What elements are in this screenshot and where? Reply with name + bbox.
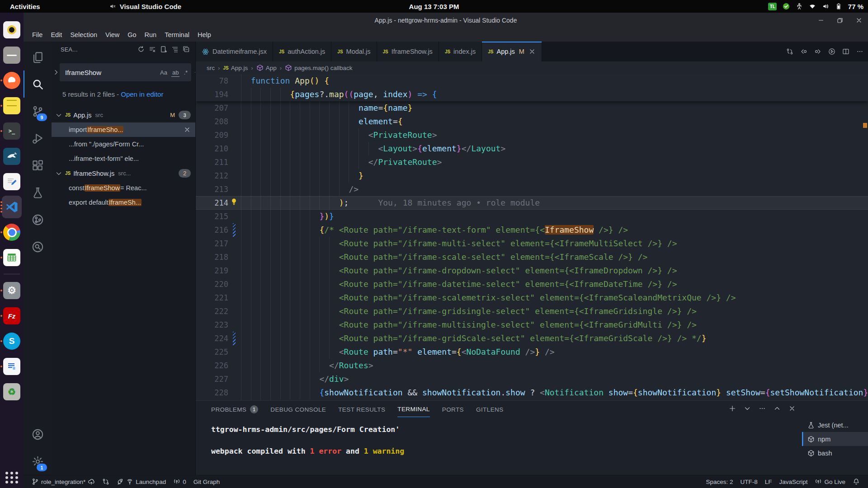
code-line-220[interactable]: 220<Route path="/iframe-datetime-select"… [196,277,868,291]
panel-tab-ports[interactable]: PORTS [442,401,464,418]
status-gitlens-compare[interactable] [99,475,113,488]
code-line-218[interactable]: 218<Route path="/iframe-scale-select" el… [196,250,868,264]
code-line-223[interactable]: 223<Route path="/iframe-multisingle-sele… [196,318,868,332]
breadcrumb-item[interactable]: App [256,64,277,71]
dock-item-file-manager[interactable] [0,42,24,68]
next-change-icon[interactable] [814,48,821,55]
menu-run[interactable]: Run [141,30,161,40]
menu-file[interactable]: File [28,30,47,40]
lightbulb-icon[interactable] [230,198,238,206]
close-tab-icon[interactable] [528,48,536,55]
tab-datetimeiframe-jsx[interactable]: Datetimeiframe.jsx [196,42,273,61]
regex-toggle[interactable]: .* [183,69,189,76]
activity-explorer[interactable] [24,43,52,70]
panel-tab-debug-console[interactable]: DEBUG CONSOLE [270,401,326,418]
dock-item-vscode[interactable] [0,194,24,220]
search-result-row[interactable]: ...iframe-text-form" ele... [52,151,195,166]
maximize-panel-icon[interactable] [774,405,781,412]
status-live-share[interactable]: 0 [170,475,190,488]
status-go-live[interactable]: Go Live [811,475,849,488]
overview-ruler[interactable] [862,74,868,400]
compare-changes-icon[interactable] [786,48,793,55]
code-line-226[interactable]: 226</Routes> [196,359,868,372]
code-line-208[interactable]: 208element={ [196,115,868,128]
whole-word-toggle[interactable]: ab [171,69,179,77]
menu-selection[interactable]: Selection [66,30,101,40]
collapse-all-icon[interactable] [183,46,190,53]
menu-edit[interactable]: Edit [47,30,66,40]
split-editor-icon[interactable] [842,48,849,55]
dock-item-filezilla[interactable]: Fz [0,303,24,328]
dock-item-text-editor[interactable] [0,169,24,194]
tl-tray-icon[interactable]: TL [768,3,777,10]
tab-modal-js[interactable]: JSModal.js [331,42,377,61]
code-line-219[interactable]: 219<Route path="/iframe-dropdown-select"… [196,264,868,277]
status-branch[interactable]: role_integration* [28,475,99,488]
minimize-button[interactable] [817,17,825,24]
activity-extensions[interactable] [24,152,52,179]
code-line-194[interactable]: 194{pages?.map((page, index) => { [196,88,868,101]
match-case-toggle[interactable]: Aa [159,69,168,76]
menu-go[interactable]: Go [123,30,140,40]
run-icon[interactable] [828,48,835,55]
code-line-78[interactable]: 78function App() { [196,74,868,88]
clear-results-icon[interactable] [149,46,156,53]
terminal-item-jest-net-[interactable]: Jest (net... [802,418,868,432]
code-line-210[interactable]: 210<Layout>{element}</Layout> [196,142,868,155]
close-panel-icon[interactable] [788,405,796,412]
view-as-tree-icon[interactable] [171,46,179,53]
code-line-225[interactable]: 225<Route path="*" element={<NoDataFound… [196,345,868,359]
panel-tab-gitlens[interactable]: GITLENS [476,401,504,418]
accessibility-icon[interactable] [796,3,803,10]
focused-app-indicator[interactable]: Visual Studio Code [109,3,181,10]
activities-button[interactable]: Activities [0,3,50,10]
dock-item-postman[interactable] [0,68,24,93]
code-line-213[interactable]: 213/> [196,183,868,196]
new-search-editor-icon[interactable] [160,46,167,53]
search-result-row[interactable]: export default IframeSh... [52,195,195,210]
terminal-item-bash[interactable]: bash [802,446,868,460]
dock-item-trash[interactable]: ♻ [0,379,24,404]
search-result-row[interactable]: const IframeShow = Reac... [52,181,195,195]
activity-settings[interactable]: 1 [24,448,52,475]
tab-authaction-js[interactable]: JSauthAction.js [273,42,331,61]
dock-item-sticky-notes[interactable] [0,93,24,118]
volume-icon[interactable] [822,3,829,10]
panel-tab-terminal[interactable]: TERMINAL [397,401,429,418]
window-titlebar[interactable]: App.js - nettgrow-hrms-admin - Visual St… [24,13,868,28]
dismiss-icon[interactable] [184,126,191,133]
status-indentation[interactable]: Spaces: 2 [702,475,736,488]
terminal-item-npm[interactable]: npm [802,432,868,446]
file-result-row[interactable]: JSIframeShow.jssrc...2 [52,166,195,181]
breadcrumb-item[interactable]: JSApp.js [223,65,248,71]
dock-item-skype[interactable]: S [0,328,24,354]
code-line-215[interactable]: 215})} [196,210,868,223]
panel-tab-problems[interactable]: PROBLEMS1 [211,401,258,418]
file-result-row[interactable]: JSApp.jssrcM3 [52,108,195,122]
code-line-212[interactable]: 212} [196,169,868,183]
dock-item-libreoffice-calc[interactable] [0,245,24,270]
dock-item-terminal[interactable]: >_ [0,118,24,144]
code-line-207[interactable]: 207name={name} [196,101,868,115]
status-git-graph[interactable]: Git Graph [190,475,224,488]
activity-search[interactable] [24,70,52,98]
wifi-icon[interactable] [809,3,816,10]
code-editor[interactable]: 78function App() {194{pages?.map((page, … [196,74,868,400]
dock-item-chrome[interactable] [0,220,24,245]
close-window-button[interactable] [855,17,863,24]
status-encoding[interactable]: UTF-8 [736,475,761,488]
search-input[interactable] [64,68,156,77]
code-line-211[interactable]: 211</PrivateRoute> [196,155,868,169]
activity-source-control[interactable]: 9 [24,98,52,125]
activity-account[interactable] [24,421,52,448]
dock-item-libreoffice-writer[interactable] [0,354,24,379]
code-line-227[interactable]: 227</div> [196,372,868,386]
panel-tab-test-results[interactable]: TEST RESULTS [338,401,385,418]
breadcrumb-item[interactable]: pages.map() callback [285,64,352,71]
app-grid-button[interactable] [5,472,19,483]
clock[interactable]: Aug 13 7:03 PM [409,3,459,10]
tab-index-js[interactable]: JSindex.js [439,42,482,61]
code-line-217[interactable]: 217<Route path="/iframe-multi-select" el… [196,237,868,250]
menu-view[interactable]: View [101,30,123,40]
terminal-picker-icon[interactable] [744,405,751,412]
